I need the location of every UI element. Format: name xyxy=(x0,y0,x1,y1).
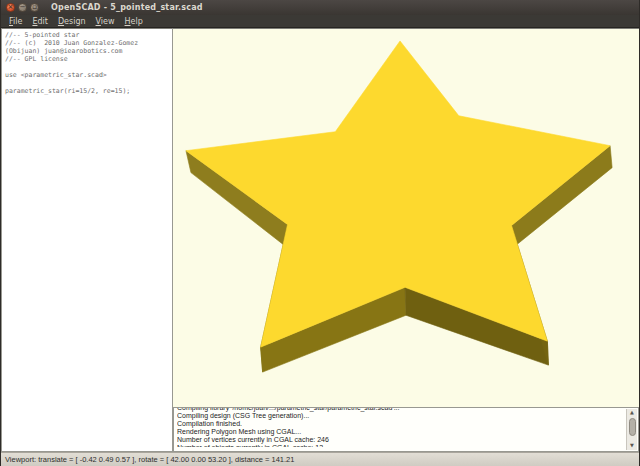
scrollbar-thumb[interactable] xyxy=(629,418,636,436)
code-line: //-- (c) 2010 Juan Gonzalez-Gomez xyxy=(5,39,172,47)
console-line: Number of vertices currently in CGAL cac… xyxy=(177,436,624,444)
code-line: //-- 5-pointed star xyxy=(5,31,172,39)
console-line: Compiling design (CSG Tree generation)..… xyxy=(177,412,624,420)
console-line: Compilation finished. xyxy=(177,420,624,428)
window-controls: × − ▫ xyxy=(6,3,39,12)
close-button[interactable]: × xyxy=(6,3,15,12)
viewport-status-text: Viewport: translate = [ -0.42 0.49 0.57 … xyxy=(5,455,294,464)
menu-file[interactable]: File xyxy=(4,16,27,27)
code-line: parametric_star(ri=15/2, re=15); xyxy=(5,87,172,95)
window-title: OpenSCAD - 5_pointed_star.scad xyxy=(51,3,203,12)
right-column: Compiling library '/home/juan/.../parame… xyxy=(173,28,639,452)
console-line: Number of objects currently in CGAL cach… xyxy=(177,444,624,447)
menu-design[interactable]: Design xyxy=(53,16,91,27)
console-line: Rendering Polygon Mesh using CGAL... xyxy=(177,428,624,436)
code-editor[interactable]: //-- 5-pointed star//-- (c) 2010 Juan Go… xyxy=(1,28,173,452)
menu-help[interactable]: Help xyxy=(120,16,148,27)
console-output: Compiling library '/home/juan/.../parame… xyxy=(177,407,624,447)
viewport-3d[interactable] xyxy=(173,28,639,407)
scroll-up-icon[interactable]: ▲ xyxy=(630,409,634,417)
console-scrollbar[interactable]: ▲ ▼ xyxy=(626,409,637,450)
star-render xyxy=(173,29,639,407)
maximize-button[interactable]: ▫ xyxy=(30,3,39,12)
console-panel[interactable]: Compiling library '/home/juan/.../parame… xyxy=(173,407,639,452)
menu-view[interactable]: View xyxy=(91,16,120,27)
minimize-button[interactable]: − xyxy=(18,3,27,12)
code-line: use <parametric_star.scad> xyxy=(5,71,172,79)
code-line: (Obijuan) juan@iearobotics.com xyxy=(5,47,172,55)
menubar: File Edit Design View Help xyxy=(1,15,639,28)
main-area: //-- 5-pointed star//-- (c) 2010 Juan Go… xyxy=(1,28,639,452)
menu-edit[interactable]: Edit xyxy=(27,16,53,27)
code-line xyxy=(5,79,172,87)
scroll-down-icon[interactable]: ▼ xyxy=(630,442,634,450)
code-line xyxy=(5,63,172,71)
code-line: //-- GPL license xyxy=(5,55,172,63)
editor-code: //-- 5-pointed star//-- (c) 2010 Juan Go… xyxy=(5,31,172,95)
statusbar: Viewport: translate = [ -0.42 0.49 0.57 … xyxy=(1,452,639,466)
titlebar[interactable]: × − ▫ OpenSCAD - 5_pointed_star.scad xyxy=(1,0,639,15)
openscad-window: × − ▫ OpenSCAD - 5_pointed_star.scad Fil… xyxy=(0,0,640,466)
